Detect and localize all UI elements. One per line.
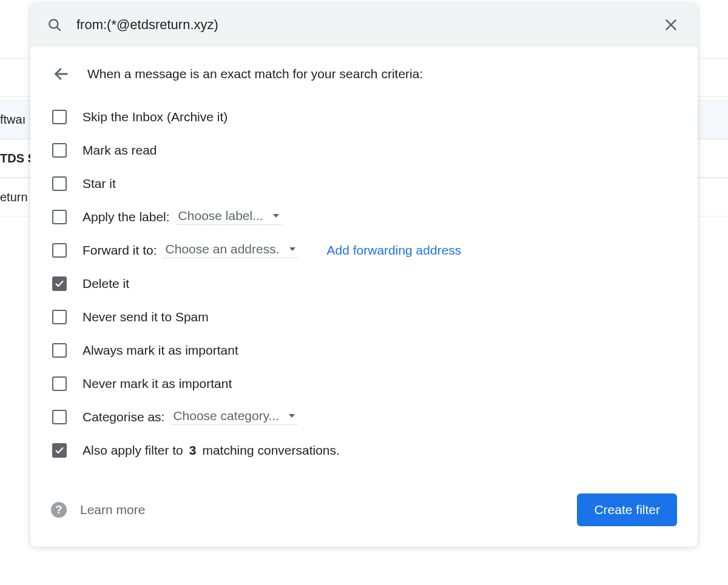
caret-down-icon <box>289 414 295 418</box>
svg-line-1 <box>56 27 60 30</box>
checkbox-also-apply[interactable] <box>52 443 67 458</box>
search-bar: from:(*@etdsreturn.xyz) <box>30 3 698 47</box>
close-icon[interactable] <box>659 13 683 37</box>
select-category-text: Choose category... <box>173 409 279 423</box>
dialog-body: When a message is an exact match for you… <box>30 47 698 547</box>
footer-left: ? Learn more <box>51 502 145 518</box>
filter-prompt: When a message is an exact match for you… <box>87 67 423 81</box>
select-forward-address[interactable]: Choose an address. <box>163 242 298 258</box>
bg-text-1: ftwaı <box>0 113 25 127</box>
svg-point-0 <box>49 19 58 28</box>
checkbox-always-important[interactable] <box>52 343 67 358</box>
dialog-footer: ? Learn more Create filter <box>51 493 677 526</box>
option-always-important: Always mark it as important <box>51 333 677 367</box>
also-apply-suffix: matching conversations. <box>202 443 339 458</box>
checkbox-apply-label[interactable] <box>52 210 67 224</box>
option-mark-read: Mark as read <box>51 133 677 167</box>
label-also-apply: Also apply filter to 3 matching conversa… <box>83 443 340 458</box>
checkbox-star[interactable] <box>52 176 67 191</box>
label-categorise-prefix: Categorise as: <box>83 410 164 424</box>
option-forward: Forward it to: Choose an address. Add fo… <box>51 233 677 267</box>
checkbox-mark-read[interactable] <box>52 143 67 158</box>
label-delete: Delete it <box>83 276 129 291</box>
label-forward: Forward it to: Choose an address. Add fo… <box>83 242 461 258</box>
select-label-text: Choose label... <box>178 209 263 223</box>
option-categorise: Categorise as: Choose category... <box>51 400 677 433</box>
checkbox-categorise[interactable] <box>52 410 67 424</box>
label-forward-prefix: Forward it to: <box>83 243 157 258</box>
dialog-header: When a message is an exact match for you… <box>51 64 677 84</box>
checkbox-never-important[interactable] <box>52 376 67 391</box>
search-icon[interactable] <box>45 15 64 35</box>
label-apply-label-prefix: Apply the label: <box>83 210 170 224</box>
select-forward-text: Choose an address. <box>166 242 280 256</box>
option-never-important: Never mark it as important <box>51 367 677 400</box>
back-arrow-icon[interactable] <box>51 64 72 84</box>
create-filter-button[interactable]: Create filter <box>577 493 677 526</box>
caret-down-icon <box>273 214 279 218</box>
option-star: Star it <box>51 167 677 200</box>
checkbox-skip-inbox[interactable] <box>52 110 67 124</box>
bg-text-3: eturn <box>0 190 28 204</box>
option-skip-inbox: Skip the Inbox (Archive it) <box>51 100 677 133</box>
checkbox-delete[interactable] <box>52 276 67 291</box>
label-always-important: Always mark it as important <box>83 343 238 358</box>
label-categorise: Categorise as: Choose category... <box>83 409 297 425</box>
checkbox-never-spam[interactable] <box>52 310 67 324</box>
option-delete: Delete it <box>51 267 677 300</box>
label-apply-label: Apply the label: Choose label... <box>83 209 281 225</box>
label-mark-read: Mark as read <box>83 143 157 158</box>
label-star: Star it <box>83 176 116 191</box>
select-label[interactable]: Choose label... <box>176 209 281 225</box>
option-apply-label: Apply the label: Choose label... <box>51 200 677 233</box>
label-never-important: Never mark it as important <box>83 376 232 391</box>
label-skip-inbox: Skip the Inbox (Archive it) <box>83 110 228 124</box>
select-category[interactable]: Choose category... <box>170 409 297 425</box>
help-icon[interactable]: ? <box>51 502 67 518</box>
checkbox-forward[interactable] <box>52 243 67 258</box>
label-never-spam: Never send it to Spam <box>83 310 209 324</box>
search-query[interactable]: from:(*@etdsreturn.xyz) <box>76 17 647 33</box>
also-apply-count: 3 <box>189 443 197 458</box>
option-never-spam: Never send it to Spam <box>51 300 677 333</box>
filter-dialog: from:(*@etdsreturn.xyz) When a message i… <box>30 3 698 547</box>
learn-more-link[interactable]: Learn more <box>80 503 145 517</box>
option-also-apply: Also apply filter to 3 matching conversa… <box>51 433 677 467</box>
add-forwarding-link[interactable]: Add forwarding address <box>327 243 462 258</box>
also-apply-prefix: Also apply filter to <box>83 443 183 458</box>
caret-down-icon <box>289 247 295 251</box>
